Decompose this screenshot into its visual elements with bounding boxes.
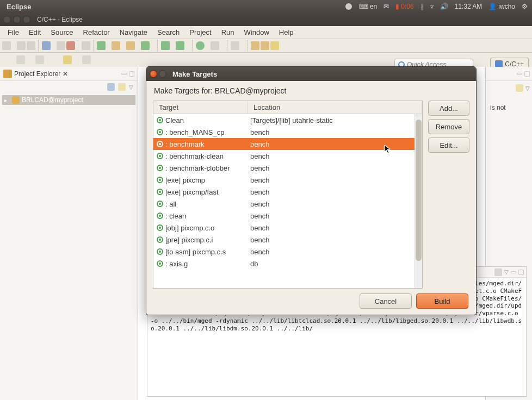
table-row[interactable]: [exe] pixcmp/fastbench	[153, 186, 422, 198]
system-tray: ⌨ en ✉ ▮ 0:06 ∦ ▿ 🔊 11:32 AM 👤 iwcho ⚙	[345, 3, 528, 10]
console-icon[interactable]	[494, 268, 502, 276]
table-row[interactable]: : axis.gdb	[153, 258, 422, 270]
table-body[interactable]: Clean[Targets]/[lib] utahrle-static: ben…	[153, 114, 422, 288]
target-icon	[157, 141, 163, 147]
target-name: : benchmark-clean	[165, 152, 224, 160]
target-name: : benchmark-clobber	[165, 164, 230, 172]
build-button[interactable]: Build	[416, 293, 468, 309]
maximize-view-icon[interactable]	[518, 270, 524, 275]
gear-icon[interactable]: ⚙	[522, 3, 528, 10]
table-row[interactable]: : benchmark-cleanbench	[153, 150, 422, 162]
view-menu-icon[interactable]: ▽	[129, 84, 133, 90]
menu-search[interactable]: Search	[153, 27, 184, 38]
new-folder-icon[interactable]	[112, 41, 120, 50]
menu-navigate[interactable]: Navigate	[115, 27, 152, 38]
prev-edit-icon[interactable]	[16, 55, 25, 64]
next-edit-icon[interactable]	[35, 55, 44, 64]
minimize-view-icon[interactable]	[517, 73, 522, 75]
maximize-view-icon[interactable]	[129, 71, 134, 77]
run-last-icon[interactable]	[196, 41, 205, 50]
run-icon[interactable]	[176, 41, 184, 50]
add-button[interactable]: Add...	[428, 101, 469, 116]
tree-item-project[interactable]: ▸ BRLCAD@myproject	[2, 95, 135, 105]
view-menu-icon[interactable]: ▽	[525, 85, 530, 91]
make-target-icon[interactable]	[141, 41, 150, 50]
menu-run[interactable]: Run	[217, 27, 239, 38]
cancel-button[interactable]: Cancel	[360, 293, 412, 309]
col-target[interactable]: Target	[153, 101, 248, 114]
user-menu[interactable]: 👤 iwcho	[488, 3, 515, 10]
menu-window[interactable]: Window	[240, 27, 274, 38]
table-row[interactable]: Clean[Targets]/[lib] utahrle-static	[153, 114, 422, 126]
table-header: Target Location	[153, 101, 422, 114]
wifi-icon[interactable]: ▿	[430, 3, 434, 10]
target-location: bench	[248, 188, 422, 196]
target-location: bench	[248, 152, 422, 160]
remove-button[interactable]: Remove	[428, 119, 469, 134]
window-minimize-icon[interactable]	[13, 16, 21, 23]
menu-source[interactable]: Source	[46, 27, 77, 38]
new-file-icon[interactable]	[126, 41, 135, 50]
mail-icon[interactable]: ✉	[383, 3, 389, 10]
build-icon[interactable]	[42, 41, 51, 50]
menu-help[interactable]: Help	[275, 27, 298, 38]
target-icon	[157, 129, 163, 135]
window-close-icon[interactable]	[3, 16, 11, 23]
table-row[interactable]: : benchmarkbench	[153, 138, 422, 150]
back-icon[interactable]	[63, 55, 72, 64]
dialog-side-buttons: Add... Remove Edit...	[428, 101, 469, 289]
menu-edit[interactable]: Edit	[24, 27, 45, 38]
minimize-view-icon[interactable]	[121, 73, 127, 75]
pin-icon[interactable]	[270, 41, 279, 50]
table-row[interactable]: [exe] pixcmpbench	[153, 174, 422, 186]
table-row[interactable]: [pre] pixcmp.c.ibench	[153, 234, 422, 246]
target-location: bench	[248, 128, 422, 136]
collapse-all-icon[interactable]	[107, 83, 115, 91]
menu-refactor[interactable]: Refactor	[79, 27, 114, 38]
target-location: [Targets]/[lib] utahrle-static	[248, 116, 422, 124]
menu-file[interactable]: File	[3, 27, 23, 38]
save-icon[interactable]	[17, 41, 26, 50]
save-all-icon[interactable]	[27, 41, 35, 50]
open-element-icon[interactable]	[261, 41, 269, 50]
keyboard-lang[interactable]: ⌨ en	[359, 3, 377, 10]
search-icon[interactable]	[231, 41, 239, 50]
new-class-icon[interactable]	[97, 41, 106, 50]
table-row[interactable]: : cleanbench	[153, 210, 422, 222]
build-target-icon[interactable]	[66, 41, 75, 50]
new-icon[interactable]	[2, 41, 11, 50]
forward-icon[interactable]	[82, 55, 91, 64]
link-editor-icon[interactable]	[118, 83, 126, 91]
menu-project[interactable]: Project	[185, 27, 215, 38]
table-scrollbar[interactable]	[415, 114, 422, 288]
tray-indicator-icon[interactable]	[345, 3, 352, 10]
maximize-view-icon[interactable]	[524, 71, 530, 77]
project-explorer-header: Project Explorer ✕	[0, 67, 138, 81]
table-row[interactable]: [to asm] pixcmp.c.sbench	[153, 246, 422, 258]
clock[interactable]: 11:32 AM	[455, 3, 482, 10]
open-task-icon[interactable]	[251, 41, 259, 50]
open-type-icon[interactable]	[82, 41, 90, 50]
col-location[interactable]: Location	[248, 101, 422, 114]
edit-button[interactable]: Edit...	[428, 138, 469, 153]
debug-icon[interactable]	[161, 41, 170, 50]
build-all-icon[interactable]	[57, 41, 65, 50]
bluetooth-icon[interactable]: ∦	[420, 3, 424, 10]
volume-icon[interactable]: 🔊	[440, 3, 448, 10]
window-maximize-icon[interactable]	[23, 16, 30, 23]
target-location: db	[248, 260, 422, 268]
project-tree: ▸ BRLCAD@myproject	[0, 93, 138, 107]
ext-tools-icon[interactable]	[211, 41, 219, 50]
dialog-close-icon[interactable]	[150, 70, 157, 78]
main-toolbar	[0, 39, 532, 53]
table-row[interactable]: : benchmark-clobberbench	[153, 162, 422, 174]
dialog-minimize-icon[interactable]	[159, 70, 166, 78]
view-menu-icon[interactable]: ▽	[504, 269, 509, 275]
battery-indicator[interactable]: ▮ 0:06	[395, 3, 413, 10]
table-row[interactable]: : allbench	[153, 198, 422, 210]
outline-icon[interactable]	[516, 84, 523, 92]
table-row[interactable]: [obj] pixcmp.c.obench	[153, 222, 422, 234]
dialog-title: Make Targets	[172, 70, 217, 78]
table-row[interactable]: : bench_MANS_cpbench	[153, 126, 422, 138]
minimize-view-icon[interactable]	[511, 271, 516, 273]
